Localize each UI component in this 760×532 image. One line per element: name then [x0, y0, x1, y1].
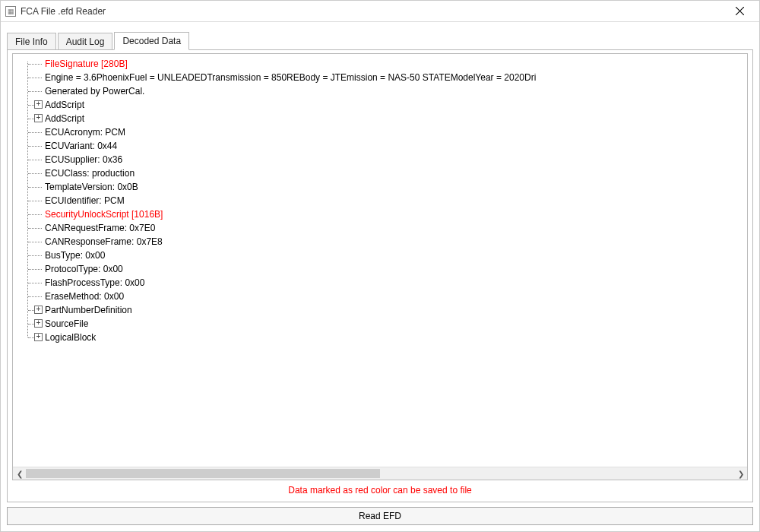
tree-branch-connector [28, 139, 45, 153]
tabpanel: FileSignature [280B]Engine = 3.6PhoenixF… [7, 49, 753, 502]
expand-toggle-icon[interactable] [34, 319, 43, 328]
tab-file-info[interactable]: File Info [7, 33, 56, 50]
tree-node-label: ECUSupplier: 0x36 [45, 154, 122, 165]
tree-node[interactable]: BusType: 0x00 [19, 249, 746, 262]
tree-node-label: FlashProcessType: 0x00 [45, 277, 144, 288]
tree-branch-connector [28, 84, 45, 98]
tree-node-label: ECUAcronym: PCM [45, 127, 125, 138]
tree-node[interactable]: FlashProcessType: 0x00 [19, 276, 746, 290]
tree-node-label: EraseMethod: 0x00 [45, 291, 124, 302]
expand-toggle-icon[interactable] [34, 100, 43, 109]
window-title: FCA File .efd Reader [21, 6, 724, 17]
tree-node[interactable]: ECUIdentifier: PCM [19, 194, 746, 207]
tree-node-label: CANResponseFrame: 0x7E8 [45, 236, 163, 247]
tree-node[interactable]: CANResponseFrame: 0x7E8 [19, 235, 746, 249]
tree-branch-connector [28, 125, 45, 139]
tree-node-label: FileSignature [280B] [45, 59, 128, 69]
expand-toggle-icon[interactable] [34, 306, 43, 314]
read-efd-button[interactable]: Read EFD [7, 507, 753, 525]
tree-node[interactable]: SourceFile [19, 317, 746, 331]
tree-node[interactable]: PartNumberDefinition [19, 303, 746, 317]
tree-branch-connector [28, 153, 45, 166]
tree-branch-connector [28, 249, 45, 262]
footer-caption: Data marked as red color can be saved to… [12, 480, 748, 497]
tree-node-label: LogicalBlock [45, 332, 96, 343]
tree-node-label: ECUIdentifier: PCM [45, 195, 125, 206]
tree-container: FileSignature [280B]Engine = 3.6PhoenixF… [12, 53, 748, 480]
tree-view[interactable]: FileSignature [280B]Engine = 3.6PhoenixF… [13, 54, 747, 467]
tree-node[interactable]: Generated by PowerCal. [19, 84, 746, 98]
tree-node[interactable]: CANRequestFrame: 0x7E0 [19, 221, 746, 235]
tree-branch-connector [28, 71, 45, 84]
tree-node-label: PartNumberDefinition [45, 305, 132, 315]
expand-toggle-icon[interactable] [34, 333, 43, 341]
tree-branch-connector [28, 303, 45, 317]
tree-node[interactable]: AddScript [19, 112, 746, 125]
tree-branch-connector [28, 276, 45, 290]
close-icon [736, 7, 744, 15]
tree-node-label: TemplateVersion: 0x0B [45, 182, 138, 192]
scrollbar-thumb[interactable] [26, 469, 380, 478]
scrollbar-track[interactable] [26, 467, 734, 480]
tree-node[interactable]: ECUSupplier: 0x36 [19, 153, 746, 166]
tree-branch-connector [28, 317, 45, 331]
tree-node-label: ECUClass: production [45, 168, 135, 179]
tree-node-label: Engine = 3.6PhoenixFuel = UNLEADEDTransm… [45, 72, 536, 83]
app-icon: ▦ [5, 6, 16, 17]
tree-node-label: ECUVariant: 0x44 [45, 141, 117, 151]
tree-branch-connector [28, 235, 45, 249]
tree-branch-connector [28, 290, 45, 303]
tree-branch-connector [28, 98, 45, 112]
titlebar: ▦ FCA File .efd Reader [1, 1, 759, 22]
tree-node-label: SourceFile [45, 318, 88, 329]
tree-node[interactable]: ECUVariant: 0x44 [19, 139, 746, 153]
tree-branch-connector [28, 262, 45, 276]
client-area: File Info Audit Log Decoded Data FileSig… [1, 22, 759, 531]
tree-node[interactable]: TemplateVersion: 0x0B [19, 180, 746, 194]
tree-branch-connector [28, 57, 45, 71]
tab-audit-log[interactable]: Audit Log [58, 33, 113, 50]
expand-toggle-icon[interactable] [34, 114, 43, 122]
tree-branch-connector [28, 331, 45, 344]
tabstrip: File Info Audit Log Decoded Data [7, 31, 753, 49]
action-bar: Read EFD [7, 502, 753, 525]
tree-node[interactable]: SecurityUnlockScript [1016B] [19, 207, 746, 221]
tree-node[interactable]: FileSignature [280B] [19, 57, 746, 71]
app-window: ▦ FCA File .efd Reader File Info Audit L… [0, 0, 760, 532]
tree-branch-connector [28, 112, 45, 125]
scroll-left-button[interactable]: ❮ [13, 467, 26, 480]
tree-node[interactable]: AddScript [19, 98, 746, 112]
tree-node[interactable]: EraseMethod: 0x00 [19, 290, 746, 303]
tree-branch-connector [28, 207, 45, 221]
tree-node-label: SecurityUnlockScript [1016B] [45, 209, 163, 220]
tree-branch-connector [28, 180, 45, 194]
tree-node-label: BusType: 0x00 [45, 250, 105, 261]
tree-node-label: AddScript [45, 113, 84, 124]
tree-node[interactable]: Engine = 3.6PhoenixFuel = UNLEADEDTransm… [19, 71, 746, 84]
tree-node-label: ProtocolType: 0x00 [45, 264, 123, 274]
tree-node[interactable]: LogicalBlock [19, 331, 746, 344]
tab-decoded-data[interactable]: Decoded Data [114, 32, 189, 50]
tree-node-label: CANRequestFrame: 0x7E0 [45, 223, 155, 233]
tree-node[interactable]: ProtocolType: 0x00 [19, 262, 746, 276]
tree-branch-connector [28, 194, 45, 207]
scroll-right-button[interactable]: ❯ [734, 467, 747, 480]
tree-node-label: AddScript [45, 100, 84, 110]
tree-node[interactable]: ECUClass: production [19, 166, 746, 180]
tree-branch-connector [28, 166, 45, 180]
tree-root: FileSignature [280B]Engine = 3.6PhoenixF… [14, 57, 746, 344]
tree-branch-connector [28, 221, 45, 235]
horizontal-scrollbar[interactable]: ❮ ❯ [13, 467, 747, 480]
tree-node-label: Generated by PowerCal. [45, 86, 144, 97]
close-button[interactable] [724, 2, 755, 21]
tree-node[interactable]: ECUAcronym: PCM [19, 125, 746, 139]
